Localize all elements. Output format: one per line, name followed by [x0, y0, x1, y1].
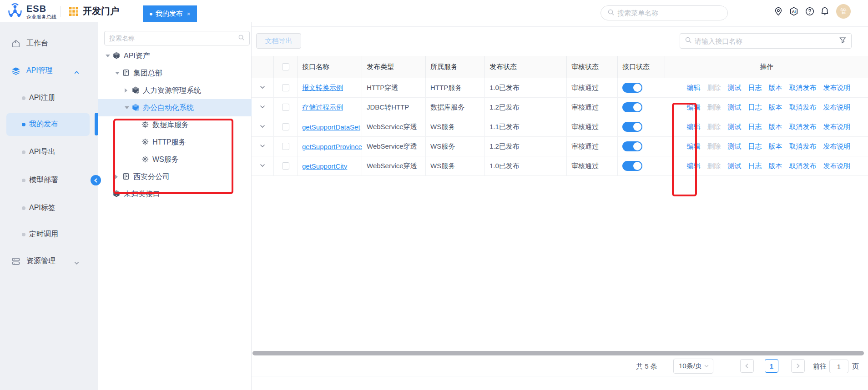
- action-publish-note-link[interactable]: 发布说明: [823, 84, 851, 92]
- tree-node-xian-branch[interactable]: 西安分公司: [98, 168, 252, 185]
- sidebar-item-api-tags[interactable]: API标签: [0, 199, 98, 217]
- interface-search-box[interactable]: [680, 33, 852, 49]
- current-page-button[interactable]: 1: [765, 359, 778, 373]
- panel-collapse-button[interactable]: [91, 175, 101, 185]
- interface-name-link[interactable]: getSupportCity: [302, 162, 347, 170]
- tab-close-icon[interactable]: ×: [187, 10, 191, 17]
- tree-search-box[interactable]: [104, 31, 250, 45]
- action-edit-link[interactable]: 编辑: [687, 162, 701, 170]
- tree-node-api-assets[interactable]: API资产: [98, 47, 252, 65]
- action-version-link[interactable]: 版本: [769, 142, 782, 151]
- interface-search-input[interactable]: [695, 37, 836, 45]
- action-publish-note-link[interactable]: 发布说明: [823, 162, 851, 170]
- action-test-link[interactable]: 测试: [728, 123, 742, 131]
- notification-bell-icon[interactable]: [820, 6, 830, 16]
- interface-name-link[interactable]: getSupportProvince: [302, 143, 362, 150]
- tree-node-http-service[interactable]: HTTP服务: [98, 134, 252, 151]
- portal-menu[interactable]: 开发门户: [68, 0, 119, 22]
- expand-chevron-icon[interactable]: [259, 143, 266, 150]
- interface-status-toggle[interactable]: [622, 141, 642, 151]
- tree-node-ws-service[interactable]: WS服务: [98, 151, 252, 168]
- action-log-link[interactable]: 日志: [748, 103, 762, 112]
- tree-node-group-hq[interactable]: 集团总部: [98, 65, 252, 82]
- row-checkbox[interactable]: [282, 123, 289, 130]
- action-unpublish-link[interactable]: 取消发布: [789, 103, 817, 112]
- interface-name-link[interactable]: getSupportDataSet: [302, 123, 360, 131]
- publish-cell: 1.2已发布: [484, 137, 566, 156]
- action-unpublish-link[interactable]: 取消发布: [789, 84, 817, 92]
- sidebar-item-api-export[interactable]: API导出: [0, 143, 98, 161]
- prev-page-button[interactable]: [740, 359, 754, 373]
- tree-node-oa-system[interactable]: 办公自动化系统: [98, 99, 252, 116]
- action-edit-link[interactable]: 编辑: [687, 103, 701, 112]
- action-test-link[interactable]: 测试: [728, 162, 742, 170]
- sidebar-item-workbench[interactable]: 工作台: [0, 35, 98, 53]
- action-unpublish-link[interactable]: 取消发布: [789, 142, 817, 151]
- action-edit-link[interactable]: 编辑: [687, 123, 701, 131]
- action-unpublish-link[interactable]: 取消发布: [789, 162, 817, 170]
- sidebar-item-model-deploy[interactable]: 模型部署: [0, 171, 98, 190]
- action-version-link[interactable]: 版本: [769, 103, 782, 112]
- menu-search-box[interactable]: [601, 5, 728, 20]
- action-log-link[interactable]: 日志: [748, 142, 762, 151]
- interface-name-link[interactable]: 报文转换示例: [302, 84, 343, 92]
- action-test-link[interactable]: 测试: [728, 84, 742, 92]
- tree-node-db-service[interactable]: 数据库服务: [98, 116, 252, 134]
- expand-chevron-icon[interactable]: [259, 162, 266, 170]
- expand-chevron-icon[interactable]: [259, 123, 266, 131]
- row-checkbox[interactable]: [282, 84, 289, 91]
- action-publish-note-link[interactable]: 发布说明: [823, 123, 851, 131]
- table-row: getSupportCityWebService穿透WS服务1.0已发布审核通过…: [252, 156, 868, 176]
- action-edit-link[interactable]: 编辑: [687, 84, 701, 92]
- location-pin-icon[interactable]: [773, 6, 783, 16]
- ai-assistant-icon[interactable]: AI: [789, 6, 799, 16]
- filter-funnel-icon[interactable]: [839, 36, 847, 46]
- action-test-link[interactable]: 测试: [728, 142, 742, 151]
- action-log-link[interactable]: 日志: [748, 162, 762, 170]
- row-checkbox[interactable]: [282, 162, 289, 170]
- menu-search-input[interactable]: [617, 9, 708, 17]
- interface-status-toggle[interactable]: [622, 122, 642, 132]
- tree-arrow-right-icon[interactable]: [115, 175, 121, 179]
- tree-node-hr-system[interactable]: 人力资源管理系统: [98, 82, 252, 99]
- row-checkbox[interactable]: [282, 143, 289, 150]
- sidebar-item-api-register[interactable]: API注册: [0, 89, 98, 107]
- sidebar-item-resource-management[interactable]: 资源管理: [0, 252, 98, 270]
- tree-node-unclassified[interactable]: 未归类接口: [98, 185, 252, 203]
- user-avatar[interactable]: 管: [836, 4, 851, 19]
- row-checkbox[interactable]: [282, 104, 289, 111]
- interface-status-toggle[interactable]: [622, 83, 642, 93]
- tab-my-publish[interactable]: 我的发布 ×: [143, 5, 197, 22]
- table-row: 存储过程示例JDBC转HTTP数据库服务1.2已发布审核通过编辑删除测试日志版本…: [252, 98, 868, 117]
- action-log-link[interactable]: 日志: [748, 123, 762, 131]
- interface-status-toggle[interactable]: [622, 161, 642, 171]
- tree-search-input[interactable]: [109, 35, 238, 42]
- next-page-button[interactable]: [791, 359, 805, 373]
- interface-name-link[interactable]: 存储过程示例: [302, 103, 343, 112]
- sidebar-item-scheduled-call[interactable]: 定时调用: [0, 225, 98, 244]
- action-test-link[interactable]: 测试: [728, 103, 742, 112]
- action-version-link[interactable]: 版本: [769, 162, 782, 170]
- tree-arrow-down-icon[interactable]: [115, 72, 121, 75]
- action-version-link[interactable]: 版本: [769, 123, 782, 131]
- expand-chevron-icon[interactable]: [259, 104, 266, 111]
- interface-status-toggle[interactable]: [622, 102, 642, 112]
- sidebar-item-my-publish[interactable]: 我的发布: [0, 115, 98, 134]
- action-log-link[interactable]: 日志: [748, 84, 762, 92]
- tree-arrow-down-icon[interactable]: [125, 106, 131, 109]
- action-edit-link[interactable]: 编辑: [687, 142, 701, 151]
- sidebar-item-api-management[interactable]: API管理: [0, 62, 98, 80]
- tree-arrow-right-icon[interactable]: [125, 88, 131, 93]
- goto-page-input[interactable]: [829, 360, 848, 373]
- action-unpublish-link[interactable]: 取消发布: [789, 123, 817, 131]
- horizontal-scrollbar[interactable]: [252, 351, 864, 355]
- action-version-link[interactable]: 版本: [769, 84, 782, 92]
- help-icon[interactable]: [805, 6, 815, 16]
- expand-chevron-icon[interactable]: [259, 84, 266, 92]
- page-size-select[interactable]: 10条/页: [673, 359, 713, 374]
- doc-export-button[interactable]: 文档导出: [256, 33, 301, 49]
- action-publish-note-link[interactable]: 发布说明: [823, 142, 851, 151]
- tree-arrow-down-icon[interactable]: [106, 55, 112, 57]
- action-publish-note-link[interactable]: 发布说明: [823, 103, 851, 112]
- select-all-checkbox[interactable]: [282, 63, 289, 70]
